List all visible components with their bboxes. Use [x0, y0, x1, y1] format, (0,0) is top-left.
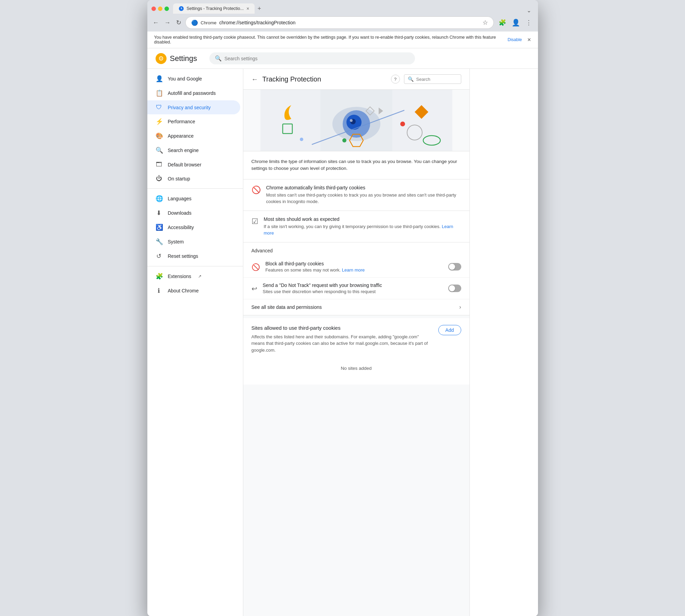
refresh-button[interactable]: ↻ [175, 17, 183, 28]
settings-search-input[interactable] [224, 56, 409, 61]
settings-title: Settings [170, 54, 197, 63]
sidebar-divider-1 [147, 188, 243, 189]
content-title: Tracking Protection [262, 75, 387, 83]
content-search-icon: 🔍 [408, 76, 414, 82]
languages-icon: 🌐 [156, 195, 162, 202]
profile-button[interactable]: 👤 [510, 16, 522, 29]
block-all-icon: 🚫 [252, 263, 260, 271]
sidebar-item-languages[interactable]: 🌐 Languages [147, 191, 240, 206]
chrome-icon: 🔵 [191, 20, 198, 26]
description-text: Chrome limits the type of information si… [252, 158, 461, 172]
sidebar-item-autofill[interactable]: 📋 Autofill and passwords [147, 86, 240, 100]
forward-button[interactable]: → [163, 18, 172, 28]
sites-work-title: Most sites should work as expected [264, 216, 461, 222]
svg-text:⚙: ⚙ [158, 55, 164, 62]
sites-allowed-title: Sites allowed to use third-party cookies [252, 325, 433, 331]
sidebar-label-system: System [168, 239, 184, 244]
minimize-traffic-light[interactable] [158, 7, 162, 11]
title-bar: Settings - Tracking Protectio... × + ⌄ [147, 0, 538, 14]
do-not-track-desc: Sites use their discretion when respondi… [263, 289, 443, 294]
close-traffic-light[interactable] [151, 7, 156, 11]
info-bar-text: You have enabled testing third-party coo… [154, 35, 505, 45]
learn-more-link-1[interactable]: Learn more [264, 224, 453, 236]
sites-work-feature: ☑ Most sites should work as expected If … [243, 211, 469, 242]
block-all-content: Block all third-party cookies Features o… [266, 261, 443, 273]
advanced-label: Advanced [252, 248, 461, 253]
tab-bar: Settings - Tracking Protectio... × + ⌄ [173, 3, 534, 14]
address-bar[interactable]: 🔵 Chrome chrome://settings/trackingProte… [185, 16, 494, 29]
sidebar-item-about-chrome[interactable]: ℹ About Chrome [147, 284, 240, 298]
search-icon: 🔍 [215, 55, 222, 62]
do-not-track-toggle[interactable] [448, 285, 461, 292]
sidebar-label-performance: Performance [168, 119, 195, 124]
new-tab-button[interactable]: + [255, 4, 264, 14]
autofill-icon: 📋 [156, 89, 162, 97]
tab-menu[interactable]: ⌄ [524, 7, 534, 14]
active-tab[interactable]: Settings - Tracking Protectio... × [173, 3, 255, 14]
content-header: ← Tracking Protection ? 🔍 [243, 69, 469, 90]
sidebar-label-extensions: Extensions [168, 274, 191, 279]
add-site-button[interactable]: Add [438, 325, 461, 335]
svg-rect-5 [392, 90, 452, 151]
block-all-title: Block all third-party cookies [266, 261, 443, 266]
sidebar-item-default-browser[interactable]: 🗔 Default browser [147, 158, 240, 172]
startup-icon: ⏻ [156, 175, 162, 182]
sidebar-label-search-engine: Search engine [168, 148, 199, 153]
back-button[interactable]: ← [151, 18, 160, 28]
browser-icon: 🗔 [156, 161, 162, 168]
sidebar-label-appearance: Appearance [168, 133, 194, 139]
site-data-row[interactable]: See all site data and permissions › [243, 299, 469, 315]
url-text: chrome://settings/trackingProtection [219, 20, 480, 25]
right-panel [469, 69, 538, 616]
block-all-toggle[interactable] [448, 263, 461, 271]
sidebar-item-you-and-google[interactable]: 👤 You and Google [147, 72, 240, 86]
chrome-label: Chrome [201, 20, 217, 25]
sidebar-label-about-chrome: About Chrome [168, 288, 199, 293]
learn-more-link-2[interactable]: Learn more [342, 267, 365, 273]
sidebar-item-appearance[interactable]: 🎨 Appearance [147, 129, 240, 143]
sidebar-item-downloads[interactable]: ⬇ Downloads [147, 206, 240, 220]
tracking-illustration [243, 90, 469, 151]
sidebar-label-you-and-google: You and Google [168, 76, 202, 81]
sidebar-item-performance[interactable]: ⚡ Performance [147, 114, 240, 129]
hero-illustration [243, 90, 469, 151]
search-engine-icon: 🔍 [156, 147, 162, 154]
do-not-track-content: Send a "Do Not Track" request with your … [263, 282, 443, 294]
sidebar-item-accessibility[interactable]: ♿ Accessibility [147, 220, 240, 235]
sidebar-item-extensions[interactable]: 🧩 Extensions ↗ [147, 269, 240, 284]
menu-button[interactable]: ⋮ [524, 17, 534, 28]
checkbox-icon: ☑ [252, 217, 258, 237]
block-all-cookies-item: 🚫 Block all third-party cookies Features… [243, 256, 469, 278]
performance-icon: ⚡ [156, 118, 162, 125]
disable-link[interactable]: Disable [507, 37, 522, 42]
tab-close-btn[interactable]: × [246, 6, 249, 11]
svg-point-15 [400, 122, 405, 126]
star-icon[interactable]: ☆ [482, 19, 488, 26]
tracking-back-button[interactable]: ← [252, 75, 258, 83]
svg-point-13 [300, 138, 303, 141]
content-search-bar[interactable]: 🔍 [404, 74, 461, 84]
sidebar-item-reset[interactable]: ↺ Reset settings [147, 249, 240, 263]
extensions-button[interactable]: 🧩 [497, 17, 508, 28]
settings-search-bar[interactable]: 🔍 [209, 52, 415, 64]
sidebar-item-on-startup[interactable]: ⏻ On startup [147, 172, 240, 186]
do-not-track-title: Send a "Do Not Track" request with your … [263, 282, 443, 288]
maximize-traffic-light[interactable] [164, 7, 169, 11]
sidebar-item-search-engine[interactable]: 🔍 Search engine [147, 143, 240, 158]
chevron-right-icon: › [459, 304, 461, 310]
help-button[interactable]: ? [391, 75, 400, 84]
svg-point-10 [350, 119, 353, 122]
nav-bar: ← → ↻ 🔵 Chrome chrome://settings/trackin… [147, 14, 538, 32]
info-bar-close[interactable]: × [527, 36, 531, 43]
description-section: Chrome limits the type of information si… [243, 151, 469, 179]
content-search-input[interactable] [416, 77, 457, 82]
do-not-track-item: ↩ Send a "Do Not Track" request with you… [243, 278, 469, 299]
svg-rect-3 [260, 90, 320, 151]
sidebar-label-autofill: Autofill and passwords [168, 90, 216, 96]
sidebar-label-accessibility: Accessibility [168, 225, 194, 230]
sidebar-item-system[interactable]: 🔧 System [147, 235, 240, 249]
advanced-section-header: Advanced [243, 242, 469, 256]
sidebar-label-privacy: Privacy and security [168, 105, 211, 110]
sidebar-item-privacy[interactable]: 🛡 Privacy and security [147, 100, 240, 114]
sidebar-divider-2 [147, 266, 243, 266]
